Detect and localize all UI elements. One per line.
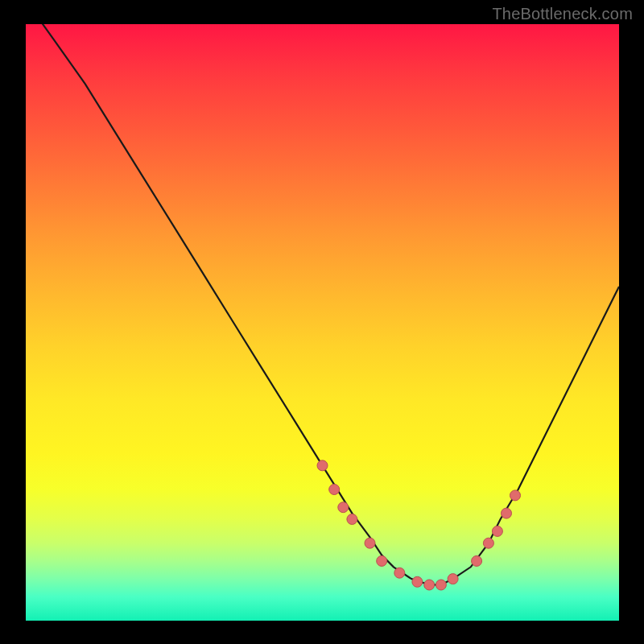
curve-marker-dot (394, 568, 405, 578)
curve-marker-dot (347, 514, 357, 525)
curve-marker-dot (338, 502, 349, 513)
curve-marker-dot (412, 576, 423, 587)
curve-marker-dot (483, 538, 493, 548)
curve-marker-dot (365, 538, 375, 548)
curve-marker-dot (436, 580, 446, 590)
curve-marker-dot (502, 508, 512, 518)
bottleneck-curve (26, 24, 619, 621)
curve-marker-dot (492, 526, 502, 536)
curve-marker-dot (448, 574, 458, 584)
curve-marker-dot (510, 490, 521, 501)
curve-marker-dot (317, 460, 328, 471)
curve-marker-dot (329, 485, 340, 495)
curve-marker-dot (472, 555, 482, 566)
curve-markers (317, 460, 521, 590)
plot-area (26, 24, 619, 621)
curve-marker-dot (424, 580, 435, 590)
curve-marker-dot (377, 555, 387, 566)
chart-container: TheBottleneck.com (0, 0, 644, 644)
curve-line (26, 24, 619, 584)
watermark-text: TheBottleneck.com (492, 5, 633, 23)
